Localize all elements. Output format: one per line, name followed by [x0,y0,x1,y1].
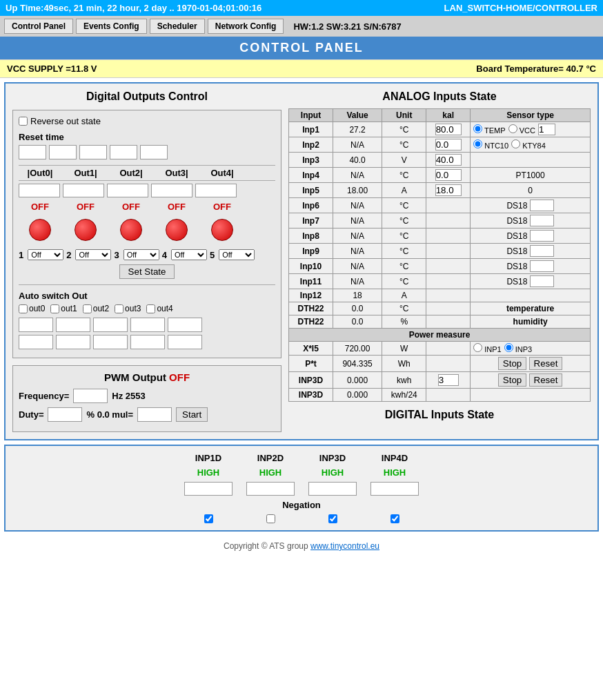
auto-switch-row1: 2 4 10 4 1 [19,318,275,332]
out-select-row: 1 OffOn 2 OffOn 3 OffOn 4 OffOn 5 OffOn [19,249,275,260]
footer-link[interactable]: www.tinycontrol.eu [310,541,379,551]
ds18-input-6[interactable] [530,215,554,226]
sel-2[interactable]: OffOn [123,249,159,260]
nav-events-config[interactable]: Events Config [76,19,147,34]
out-name-1[interactable]: Out1 [63,184,104,197]
pwm-freq-input[interactable]: 2553 [73,389,108,403]
auto-r2-1[interactable]: 1 [56,335,90,349]
ds18-input-5[interactable] [530,200,554,211]
cell-sensor-11 [471,289,591,302]
reset-time-2[interactable]: 15 [79,145,107,159]
ds18-input-10[interactable] [530,275,554,287]
stop-btn-2[interactable]: Stop [498,373,526,387]
pwm-mul-input[interactable]: 255 [137,407,172,422]
analog-row-4: Inp5 18.00 A 0 [289,183,591,198]
radio-kty84[interactable] [511,139,520,148]
auto-check-1[interactable]: out1 [50,304,77,313]
auto-check-2[interactable]: out2 [83,304,109,313]
di-input-1[interactable]: INPD [246,482,295,496]
out-circle-4[interactable] [201,216,244,244]
di-input-3[interactable]: INPD [370,482,419,496]
pwm-start-button[interactable]: Start [176,407,208,422]
digital-outputs-box: Reverse out state Reset time 5 10 15 20 … [12,110,281,358]
pcell-unit-3: kwh/24 [382,389,426,402]
di-check-0[interactable] [204,514,213,523]
cell-kal-2[interactable] [426,153,471,168]
auto-r2-3[interactable]: 1 [130,335,165,349]
ds18-input-7[interactable] [530,230,554,242]
auto-r1-1[interactable]: 4 [56,318,90,332]
auto-check-4[interactable]: out4 [146,304,172,313]
out-name-3[interactable]: Out3 [151,184,192,197]
cell-kal-3[interactable] [426,168,471,183]
nav-network-config[interactable]: Network Config [208,19,284,34]
reset-time-0[interactable]: 5 [19,145,46,159]
out-circle-1[interactable] [64,216,107,244]
auto-r2-4[interactable]: 1 [168,335,202,349]
auto-r1-0[interactable]: 2 [19,318,53,332]
kal-0[interactable] [435,124,462,135]
out-circle-0[interactable] [19,216,61,244]
auto-check-3[interactable]: out3 [115,304,141,313]
cell-unit-2: V [382,153,426,168]
auto-r2-0[interactable]: 10 [19,335,53,349]
cell-kal-4[interactable] [426,183,471,198]
sel-0[interactable]: OffOn [28,249,63,260]
hw-label: HW: [293,21,311,32]
di-check-wrap-3 [370,514,419,523]
cell-kal-0[interactable] [426,122,471,137]
di-check-3[interactable] [391,514,399,523]
auto-r1-3[interactable]: 4 [130,318,165,332]
di-input-0[interactable]: LOW [184,482,233,496]
auto-r1-2[interactable]: 10 [93,318,128,332]
auto-r1-4[interactable]: 1 [168,318,202,332]
out-name-0[interactable]: Out0 [19,184,60,197]
kal-4[interactable] [435,184,462,196]
radio-temp[interactable] [473,124,482,133]
pcell-input-1: P*t [289,356,333,372]
reset-btn-2[interactable]: Reset [529,373,563,387]
reverse-checkbox[interactable] [19,117,28,126]
sel-1[interactable]: OffOn [75,249,111,260]
auto-r2-2[interactable]: 2 [93,335,128,349]
vcc-input[interactable] [538,124,555,135]
di-check-2[interactable] [328,514,337,523]
di-input-2[interactable]: INPD [308,482,357,496]
cell-unit-4: A [382,183,426,198]
radio-ntc10[interactable] [473,139,482,148]
sel-4[interactable]: OffOn [219,249,255,260]
pkal-2[interactable] [438,374,459,386]
di-check-1[interactable] [266,514,275,523]
cell-input-9: Inp10 [289,259,333,274]
analog-row-2: Inp3 40.0 V [289,153,591,168]
nav-control-panel[interactable]: Control Panel [4,19,73,34]
left-panel: Digital Outputs Control Reverse out stat… [12,90,281,432]
sel-3[interactable]: OffOn [171,249,207,260]
reset-time-3[interactable]: 20 [110,145,137,159]
radio-inp1[interactable] [473,343,482,352]
set-state-button[interactable]: Set State [119,264,175,279]
th-sensor: Sensor type [471,109,591,122]
reset-btn-1[interactable]: Reset [529,357,563,370]
radio-vcc[interactable] [508,124,517,133]
out-circle-3[interactable] [155,216,198,244]
kal-3[interactable] [435,169,462,181]
out-name-2[interactable]: Out2 [107,184,148,197]
pcell-unit-2: kwh [382,372,426,389]
nav-scheduler[interactable]: Scheduler [150,19,205,34]
auto-check-0[interactable]: out0 [19,304,45,313]
kal-1[interactable] [435,139,462,150]
stop-btn-1[interactable]: Stop [498,357,526,370]
ds18-input-9[interactable] [530,260,554,272]
pwm-duty-input[interactable]: 0.0 [48,407,82,422]
kal-2[interactable] [435,154,462,166]
reset-time-4[interactable]: 25 [140,145,168,159]
ds18-input-8[interactable] [530,245,554,257]
cell-kal-1[interactable] [426,137,471,153]
out-name-4[interactable]: Out4 [195,184,237,197]
cell-unit-9: °C [382,259,426,274]
reset-time-1[interactable]: 10 [49,145,77,159]
radio-inp3[interactable] [504,343,513,352]
out-circle-2[interactable] [110,216,152,244]
pwm-freq-unit: Hz 2553 [112,391,145,401]
